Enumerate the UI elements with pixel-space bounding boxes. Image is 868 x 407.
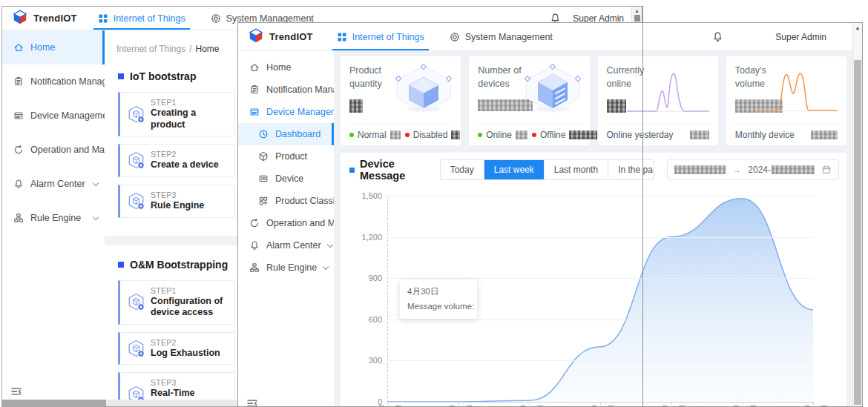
section-bullet [118, 73, 124, 79]
tab-last-week[interactable]: Last week [484, 160, 545, 179]
x-axis-tick-label: 4月30日 [364, 404, 411, 406]
clipboard-icon [249, 85, 260, 95]
sidebar-item-operation-and-maintenance[interactable]: Operation and Maintenance [2, 133, 105, 167]
server-illustration [519, 64, 587, 117]
redacted-start-date [674, 165, 726, 174]
tab-today[interactable]: Today [441, 160, 484, 179]
sidebar-collapse-icon[interactable] [10, 386, 22, 397]
sidebar-item-notification-management[interactable]: Notification Management [2, 64, 105, 99]
gridline [387, 196, 813, 196]
sidebar-item-product-classification[interactable]: Product Classificat... [238, 190, 334, 212]
device-list-icon [258, 173, 269, 184]
legend-disabled: Disabled [405, 130, 461, 140]
scrollbar-thumb[interactable] [854, 60, 861, 405]
x-axis-tick-label: 5月01日 [435, 404, 482, 406]
tooltip-label: Message volume: [407, 300, 474, 314]
card-footer: Online yesterday [607, 124, 709, 140]
calendar-icon[interactable] [821, 165, 832, 175]
redacted-end-date [772, 165, 815, 174]
sidebar-item-notification-management[interactable]: Notification Management [238, 79, 334, 101]
breadcrumb-current: Home [196, 44, 220, 54]
trendiot-logo-icon [248, 27, 264, 47]
x-axis-tick-label: 5月04日 [648, 404, 695, 406]
chevron-down-icon [93, 179, 99, 185]
bg-vertical-scrollbar[interactable]: ▲ [631, 7, 642, 24]
brand: TrendIOT [2, 9, 77, 28]
device-message-panel: Device Message Today Last week Last mont… [341, 153, 846, 406]
sidebar-item-dashboard[interactable]: Dashboard [238, 123, 334, 145]
sidebar-item-rule-engine[interactable]: Rule Engine [2, 201, 105, 235]
rule-engine-icon [249, 262, 260, 273]
time-range-tabs: Today Last week Last month In the past y… [440, 159, 654, 180]
stat-card-todays-volume: Today's volume Monthly device [726, 56, 846, 145]
legend-offline: Offline [532, 130, 597, 140]
scroll-up-arrow-icon[interactable]: ▲ [853, 23, 862, 33]
bell-icon[interactable] [712, 31, 723, 42]
stat-cards-row: Product quantity [341, 56, 846, 145]
classification-grid-icon [258, 196, 269, 206]
orange-sparkline [753, 68, 841, 117]
sidebar-item-alarm-center[interactable]: Alarm Center [2, 167, 105, 201]
step-card-create-a-device[interactable]: STEP2 Create a device [118, 144, 235, 177]
tab-in-the-past-year[interactable]: In the past year [608, 160, 654, 179]
y-axis-tick-label: 1,200 [343, 233, 382, 242]
scroll-up-arrow-icon[interactable]: ▲ [634, 7, 640, 15]
gridline [387, 237, 813, 238]
cube-illustration [389, 64, 458, 117]
fg-main-content: Product quantity [335, 51, 852, 406]
card-footer: Monthly device [735, 124, 838, 140]
nav-tab-internet-of-things[interactable]: Internet of Things [98, 7, 185, 30]
step-card-creating-a-product[interactable]: STEP1 Creating a product [118, 92, 235, 136]
sidebar-item-device-management[interactable]: Device Management [2, 99, 105, 133]
fg-vertical-scrollbar[interactable]: ▲ [852, 23, 862, 406]
tab-last-month[interactable]: Last month [545, 160, 608, 179]
y-axis-tick-label: 600 [343, 315, 382, 324]
trendiot-logo-icon [12, 9, 28, 28]
sidebar-item-rule-engine[interactable]: Rule Engine [238, 257, 334, 279]
alarm-bell-icon [249, 240, 260, 251]
sidebar-item-alarm-center[interactable]: Alarm Center [238, 234, 334, 257]
rule-engine-icon [13, 213, 24, 223]
tooltip-date: 4月30日 [407, 285, 470, 300]
section-bullet [118, 262, 124, 268]
header-right: Super Admin [712, 31, 862, 42]
step-card-log-exhaustion[interactable]: STEP2 Log Exhaustion [118, 332, 235, 365]
red-dot-icon [532, 133, 536, 137]
step-hexagon-icon [126, 339, 146, 359]
sidebar-item-home[interactable]: Home [238, 56, 334, 79]
foreground-window: TrendIOT Internet of Things System Manag… [237, 22, 863, 407]
fg-sidebar: Home Notification Management Device Mana… [238, 51, 335, 406]
sidebar-item-home[interactable]: Home [2, 30, 105, 64]
home-icon [249, 62, 260, 73]
user-menu[interactable]: Super Admin [775, 32, 826, 42]
sidebar-item-device[interactable]: Device [238, 168, 334, 190]
breadcrumb-section[interactable]: Internet of Things [116, 44, 185, 54]
top-nav: Internet of Things System Management [337, 23, 553, 50]
step-card-rule-engine[interactable]: STEP3 Rule Engine [118, 185, 235, 218]
x-axis-tick-label: 5月03日 [576, 404, 624, 406]
date-range-picker[interactable]: → 2024- [667, 159, 839, 180]
chevron-down-icon [93, 214, 99, 219]
sidebar-item-operation-and-maintenance[interactable]: Operation and Maintenance [238, 212, 334, 234]
green-dot-icon [478, 133, 482, 137]
y-axis-tick-label: 300 [343, 356, 382, 365]
sidebar-item-product[interactable]: Product [238, 145, 334, 168]
step-card-real-time-monitoring[interactable]: STEP3 Real-Time Monitoring [118, 372, 235, 400]
sidebar-collapse-icon[interactable] [246, 398, 258, 407]
sidebar-item-device-management[interactable]: Device Management [238, 101, 334, 123]
window-border-artifact [642, 6, 643, 407]
scrollbar-thumb[interactable] [2, 400, 106, 406]
step-hexagon-icon [126, 150, 146, 171]
nav-tab-system-management[interactable]: System Management [450, 23, 553, 50]
section-bullet [349, 168, 355, 173]
y-axis-tick-label: 900 [343, 274, 382, 282]
stat-card-number-of-devices: Number of devices [469, 56, 589, 145]
active-tab-underline [332, 49, 429, 50]
scrollbar-thumb[interactable] [634, 15, 640, 21]
nav-tab-label: Internet of Things [114, 13, 185, 24]
redacted-value [811, 130, 838, 139]
end-date-prefix: 2024- [748, 165, 771, 175]
step-card-configuration-of-device-access[interactable]: STEP1 Configuration of device access [118, 280, 235, 325]
nav-tab-internet-of-things[interactable]: Internet of Things [337, 23, 424, 50]
device-management-icon [13, 110, 24, 121]
